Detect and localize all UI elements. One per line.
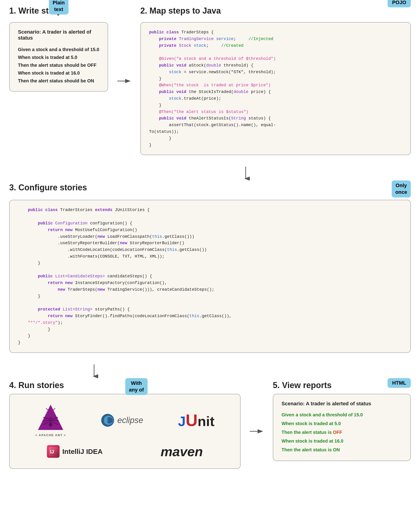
report-box: Scenario: A trader is alerted of status … xyxy=(273,394,411,461)
bottom-row: < APACHE ANT > eclipse JUnit xyxy=(9,394,411,469)
report-line-1: Given a stock and a threshold of 15.0 xyxy=(282,410,402,419)
logos-row-2: IJ IntelliJ IDEA maven xyxy=(18,444,232,459)
onlyonce-callout: Onlyonce xyxy=(392,180,411,197)
intellij-svg: IJ xyxy=(49,447,58,456)
step5-heading: 5. View reports xyxy=(273,380,331,390)
intellij-logo: IJ IntelliJ IDEA xyxy=(47,445,103,458)
arrow-step2-to-step3 xyxy=(9,167,411,180)
story-box: Scenario: A trader is alerted of status … xyxy=(9,22,108,92)
report-line-2: When stock is traded at 5.0 xyxy=(282,419,402,428)
story-line-2: When stock is traded at 5.0 xyxy=(18,53,99,61)
intellij-icon: IJ xyxy=(47,445,60,458)
eclipse-logo: eclipse xyxy=(101,413,143,427)
step4-container: < APACHE ANT > eclipse JUnit xyxy=(9,394,241,469)
eclipse-text: eclipse xyxy=(117,415,143,425)
junit-j-text: J xyxy=(178,414,186,429)
html-callout: HTML xyxy=(388,378,411,388)
svg-point-4 xyxy=(47,411,54,418)
svg-point-6 xyxy=(49,422,53,427)
bottom-headers: 4. Run stories Withany of 5. View report… xyxy=(9,380,411,390)
arrow-step1-to-step2 xyxy=(117,7,131,155)
junit-nit-text: nit xyxy=(198,414,214,429)
story-title: Scenario: A trader is alerted of status xyxy=(18,29,99,41)
ant-text: < APACHE ANT > xyxy=(36,433,66,437)
step5-container: Scenario: A trader is alerted of status … xyxy=(273,394,411,469)
logos-box: < APACHE ANT > eclipse JUnit xyxy=(9,394,241,469)
report-line-3: Then the alert status is OFF xyxy=(282,428,402,437)
step2-code-box: public class TraderSteps { private Tradi… xyxy=(140,22,411,155)
story-line-5: Then the alert status should be ON xyxy=(18,77,99,85)
story-line-3: Then the alert status should be OFF xyxy=(18,61,99,69)
step4-heading: 4. Run stories xyxy=(9,380,64,390)
report-line-5: Then the alert status is ON xyxy=(282,445,402,454)
withanyof-callout: Withany of xyxy=(125,378,148,395)
arrow-step4-to-step5 xyxy=(250,394,264,469)
intellij-text: IntelliJ IDEA xyxy=(62,448,103,456)
arrow-step3-to-step4 xyxy=(9,364,411,378)
story-line-4: When stock is traded at 16.0 xyxy=(18,69,99,77)
logos-row-1: < APACHE ANT > eclipse JUnit xyxy=(18,403,232,437)
maven-logo: maven xyxy=(161,444,203,459)
svg-point-18 xyxy=(104,417,108,424)
step3-heading: 3. Configure stories xyxy=(9,183,87,192)
maven-text: maven xyxy=(161,444,203,459)
report-line-4: When stock is traded at 16.0 xyxy=(282,437,402,445)
section3-container: 3. Configure stories Onlyonce public cla… xyxy=(9,183,411,353)
story-line-1: Given a stock and a threshold of 15.0 xyxy=(18,46,99,53)
junit-logo: JUnit xyxy=(178,411,215,430)
plaintext-callout: Plaintext xyxy=(49,0,69,15)
apache-ant-logo: < APACHE ANT > xyxy=(36,403,66,437)
pojo-callout: POJO xyxy=(388,0,411,7)
junit-u-text: U xyxy=(186,411,198,430)
step3-code-box: public class TraderStories extends JUnit… xyxy=(9,200,411,353)
step2-heading: 2. Map steps to Java xyxy=(140,6,221,16)
report-title: Scenario: A trader is alerted of status xyxy=(282,401,402,407)
svg-point-5 xyxy=(48,417,53,423)
svg-text:IJ: IJ xyxy=(50,449,54,455)
eclipse-icon xyxy=(101,413,115,427)
ant-icon xyxy=(37,403,64,431)
